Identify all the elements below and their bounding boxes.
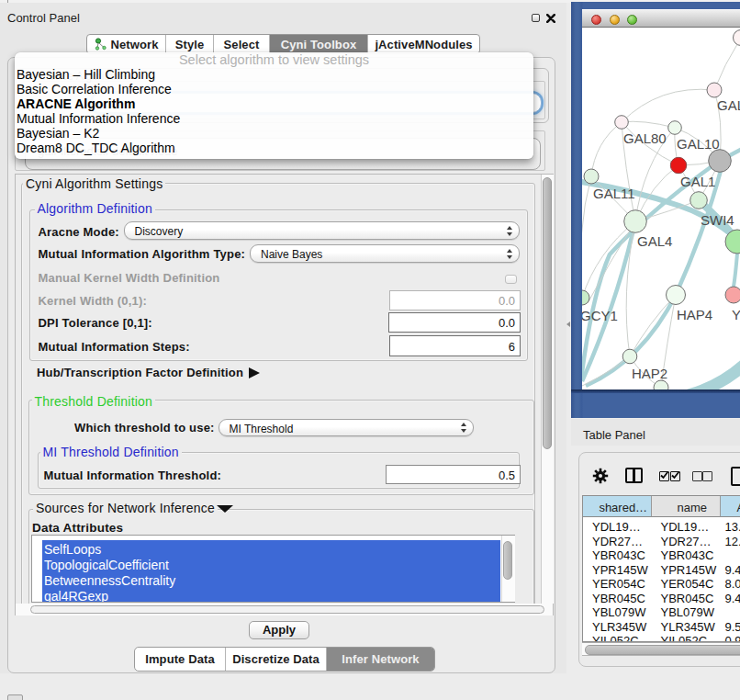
svg-text:HAP4: HAP4 [677, 307, 712, 322]
svg-text:GAL7: GAL7 [717, 97, 740, 113]
svg-text:SWI4: SWI4 [701, 212, 734, 228]
svg-text:HAP2: HAP2 [632, 366, 667, 381]
svg-text:GCY1: GCY1 [582, 308, 618, 323]
svg-text:GAL80: GAL80 [623, 130, 667, 146]
svg-text:YL: YL [732, 307, 740, 322]
svg-text:GAL1: GAL1 [680, 174, 715, 189]
svg-text:GAL10: GAL10 [677, 136, 720, 152]
svg-text:GAL4: GAL4 [637, 233, 672, 249]
svg-text:GAL11: GAL11 [593, 186, 635, 201]
